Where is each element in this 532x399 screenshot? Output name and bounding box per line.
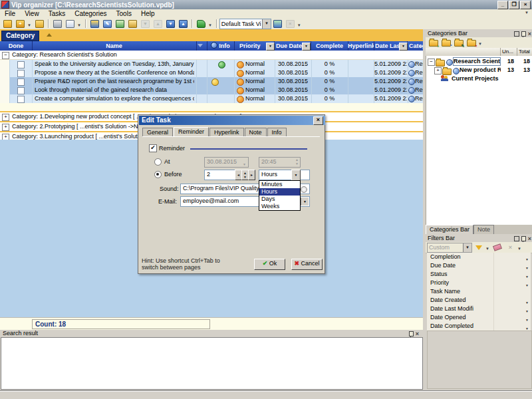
date-last-filter-icon[interactable]: ▼ xyxy=(399,43,408,51)
edit-category-icon[interactable]: ✎ xyxy=(453,37,464,48)
dialog-title-bar[interactable]: Edit Task xyxy=(139,116,325,125)
due-date-filter-icon[interactable]: ▼ xyxy=(302,43,311,51)
delete-filter-icon[interactable]: × xyxy=(505,242,516,253)
new-category-icon[interactable]: + xyxy=(428,37,439,48)
apply-filter-funnel-icon[interactable] xyxy=(473,242,484,253)
task-view-combo-arrow-icon[interactable]: ▼ xyxy=(262,19,271,29)
col-info[interactable]: Info xyxy=(207,41,235,51)
task-done-checkbox[interactable] xyxy=(17,70,25,77)
filter-row-status[interactable]: Status▼ xyxy=(427,270,531,279)
collapse-all-icon[interactable]: ▲ xyxy=(178,19,189,29)
group-by-category-tab[interactable]: Category xyxy=(1,31,39,41)
tab-note[interactable]: Note xyxy=(245,128,267,137)
task-row[interactable]: Propose a new theory at the Scientific C… xyxy=(0,68,423,78)
tab-general[interactable]: General xyxy=(142,128,173,137)
move-down-icon[interactable]: ▼ xyxy=(140,19,151,29)
task-row[interactable]: Speak to the University audience on Tues… xyxy=(0,60,423,69)
before-radio[interactable] xyxy=(154,171,162,178)
col-hyperlink[interactable]: Hyperlink xyxy=(348,41,374,51)
menu-file[interactable]: File xyxy=(0,9,20,18)
filter-preset-arrow-icon[interactable]: ▼ xyxy=(463,243,471,252)
save-database-icon[interactable] xyxy=(34,19,45,29)
search-result-body[interactable] xyxy=(1,337,423,390)
task-done-checkbox[interactable] xyxy=(17,87,25,94)
float-pane-icon[interactable] xyxy=(514,236,519,241)
expand-node-icon[interactable]: + xyxy=(434,67,442,74)
tree-item-research[interactable]: − Research Scientist's S 18 18 xyxy=(426,57,531,66)
menu-tools[interactable]: Tools xyxy=(112,9,136,18)
menu-help[interactable]: Help xyxy=(136,9,160,18)
tree-col-total[interactable]: Total xyxy=(517,48,532,56)
tab-reminder[interactable]: Reminder xyxy=(174,127,209,137)
view-task-icon[interactable] xyxy=(127,19,138,29)
dialog-close-icon[interactable]: × xyxy=(313,116,323,125)
cancel-button[interactable]: ✖ Cancel xyxy=(291,259,323,270)
funnel-overflow-icon[interactable]: ▼ xyxy=(485,247,489,251)
menu-categories[interactable]: Categories xyxy=(70,9,111,18)
collapse-group-icon[interactable]: − xyxy=(2,52,9,59)
tab-hyperlink[interactable]: Hyperlink xyxy=(209,128,244,137)
col-done[interactable]: Done xyxy=(0,41,33,51)
filter-row-date-last-modified[interactable]: Date Last Modifi▼ xyxy=(427,305,531,314)
view-overflow-icon[interactable]: ▼ xyxy=(297,23,301,27)
ok-button[interactable]: ✔ Ok xyxy=(254,259,285,270)
new-subcategory-icon[interactable]: * xyxy=(440,37,452,48)
menu-view[interactable]: View xyxy=(20,9,44,18)
collapse-node-icon[interactable]: − xyxy=(428,59,435,66)
filters-toolbar-overflow-icon[interactable]: ▼ xyxy=(517,247,521,251)
print-overflow-icon[interactable]: ▼ xyxy=(77,23,81,27)
close-button[interactable]: × xyxy=(520,1,531,9)
print-icon[interactable] xyxy=(52,19,63,29)
expand-group-icon[interactable]: + xyxy=(2,124,9,131)
task-done-checkbox[interactable] xyxy=(17,61,25,68)
task-view-combo[interactable]: Default Task Vi ▼ xyxy=(219,19,271,29)
task-done-checkbox[interactable] xyxy=(17,78,25,86)
task-done-checkbox[interactable] xyxy=(17,96,25,103)
apply-view-icon[interactable] xyxy=(272,19,283,29)
close-pane-icon[interactable]: × xyxy=(528,236,531,241)
paste-icon[interactable] xyxy=(89,19,100,29)
option-days[interactable]: Days xyxy=(259,196,300,203)
delete-view-icon[interactable]: × xyxy=(285,19,296,29)
tab-info[interactable]: Info xyxy=(267,128,287,137)
minimize-button[interactable]: _ xyxy=(497,1,508,9)
categories-toolbar-overflow-icon[interactable]: ▼ xyxy=(478,42,482,46)
task-row[interactable]: Create a computer simulation to explore … xyxy=(0,94,423,104)
print-preview-icon[interactable] xyxy=(65,19,76,29)
tree-col-name[interactable] xyxy=(426,48,501,56)
duplicate-task-icon[interactable] xyxy=(114,19,126,29)
pin-icon[interactable] xyxy=(521,31,526,37)
tab-categories-bar[interactable]: Categories Bar xyxy=(426,225,473,234)
menu-tasks[interactable]: Tasks xyxy=(44,9,70,18)
clear-filter-eraser-icon[interactable] xyxy=(492,242,503,253)
filter-row-priority[interactable]: Priority▼ xyxy=(427,279,531,288)
expand-group-icon[interactable]: + xyxy=(2,114,9,121)
new-task-icon[interactable] xyxy=(2,19,13,29)
col-name[interactable]: Name xyxy=(32,41,197,51)
flag-icon[interactable] xyxy=(196,19,207,29)
email-combo-arrow-icon[interactable]: ▼ xyxy=(301,198,309,205)
at-radio[interactable] xyxy=(154,158,162,166)
task-row-selected[interactable]: Look through material of the gained rese… xyxy=(0,86,423,95)
at-date-combo[interactable]: 30.08.2015▼ xyxy=(204,157,249,168)
col-flag[interactable] xyxy=(196,41,207,51)
filter-row-date-created[interactable]: Date Created▼ xyxy=(427,296,531,305)
filter-row-due-date[interactable]: Due Date▼ xyxy=(427,261,531,271)
pin-icon[interactable] xyxy=(521,236,526,241)
pin-icon[interactable] xyxy=(409,331,414,336)
new-database-icon[interactable]: + xyxy=(15,19,26,29)
tree-item-current-projects[interactable]: Current Projects xyxy=(426,74,531,83)
expand-all-icon[interactable]: ▼ xyxy=(165,19,176,29)
tree-item-new-product[interactable]: + New product R&D 13 13 xyxy=(426,66,531,74)
filter-row-date-opened[interactable]: Date Opened▼ xyxy=(427,313,531,323)
filter-preset-combo[interactable]: Custom ▼ xyxy=(427,243,472,253)
restore-button[interactable]: ❐ xyxy=(509,1,519,9)
option-weeks[interactable]: Weeks xyxy=(259,203,300,210)
step-last-icon[interactable]: ► xyxy=(248,170,255,180)
before-value-input[interactable]: 2 xyxy=(204,170,236,180)
float-pane-icon[interactable] xyxy=(514,31,519,37)
close-pane-icon[interactable]: × xyxy=(416,331,419,336)
option-minutes[interactable]: Minutes xyxy=(259,181,300,188)
flag-overflow-icon[interactable]: ▼ xyxy=(208,23,212,27)
tree-col-unread[interactable]: Un... xyxy=(500,48,518,56)
